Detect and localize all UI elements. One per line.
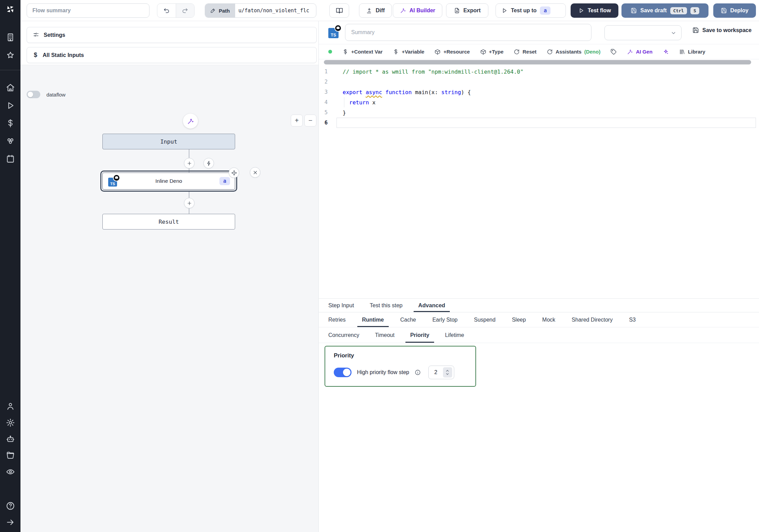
tag-button[interactable] [611, 49, 617, 55]
path-value[interactable]: u/faton/non_violent_flc [235, 4, 316, 17]
flow-graph-canvas[interactable]: dataflow + − Input TS [20, 65, 318, 532]
priority-title: Priority [334, 352, 354, 359]
tab-timeout[interactable]: Timeout [375, 327, 395, 343]
tab-advanced[interactable]: Advanced [418, 299, 445, 312]
dollar-icon[interactable] [6, 119, 15, 128]
flow-input-node[interactable]: Input [102, 134, 235, 149]
tab-retries[interactable]: Retries [328, 312, 346, 327]
code-line[interactable]: 1// import * as wmill from "npm:windmill… [319, 66, 759, 77]
runtime-tabs: ConcurrencyTimeoutPriorityLifetime [319, 327, 759, 343]
play-icon[interactable] [6, 101, 15, 110]
code-line[interactable]: 2 [319, 77, 759, 87]
tab-s3[interactable]: S3 [629, 312, 636, 327]
all-static-inputs-button[interactable]: $ All Static Inputs [27, 47, 317, 63]
kbd-ctrl: Ctrl [670, 7, 687, 14]
delete-step-button[interactable] [250, 167, 260, 178]
add-context-var-button[interactable]: +Context Var [342, 49, 383, 55]
add-type-button[interactable]: +Type [480, 49, 504, 55]
tab-shared-directory[interactable]: Shared Directory [572, 312, 613, 327]
flow-panel: Settings $ All Static Inputs dataflow + … [20, 21, 318, 532]
toolbar-scrollbar[interactable] [324, 60, 751, 64]
play-icon [578, 8, 584, 14]
sliders-icon [33, 32, 39, 38]
test-up-to-button[interactable]: Test up to a [496, 3, 566, 18]
test-flow-label: Test flow [588, 8, 611, 14]
tab-cache[interactable]: Cache [400, 312, 416, 327]
step-summary-input[interactable] [345, 24, 591, 41]
export-button[interactable]: Export [446, 3, 488, 18]
code-line[interactable]: 4 return x [319, 97, 759, 107]
windmill-logo-icon[interactable] [5, 4, 15, 14]
save-to-workspace-button[interactable]: Save to workspace [692, 27, 751, 33]
tab-priority[interactable]: Priority [410, 327, 429, 343]
sparkle-button[interactable] [663, 49, 669, 55]
test-flow-button[interactable]: Test flow [571, 3, 618, 18]
home-icon[interactable] [6, 83, 15, 92]
worker-group-select[interactable] [604, 25, 682, 40]
code-editor[interactable]: 1// import * as wmill from "npm:windmill… [319, 66, 759, 298]
robot-icon[interactable] [6, 434, 15, 444]
save-draft-label: Save draft [640, 8, 667, 14]
undo-button[interactable] [157, 4, 176, 17]
zoom-out-button[interactable]: − [304, 115, 316, 127]
tab-early-stop[interactable]: Early Stop [432, 312, 458, 327]
tab-mock[interactable]: Mock [542, 312, 555, 327]
tab-concurrency[interactable]: Concurrency [328, 327, 359, 343]
wand-icon [400, 8, 406, 14]
edit-path-button[interactable]: Path [205, 4, 235, 17]
tag-icon [611, 49, 617, 55]
tab-step-input[interactable]: Step Input [328, 299, 354, 312]
step-tabs: Step InputTest this stepAdvanced [319, 298, 759, 312]
tab-test-this-step[interactable]: Test this step [370, 299, 402, 312]
star-icon[interactable] [6, 51, 15, 60]
code-line[interactable]: 5} [319, 107, 759, 118]
priority-number-input[interactable]: 2 [428, 366, 454, 379]
ai-flow-wand-button[interactable] [183, 114, 198, 129]
tab-sleep[interactable]: Sleep [512, 312, 526, 327]
docs-button[interactable] [329, 3, 349, 18]
add-variable-button[interactable]: +Variable [393, 49, 424, 55]
dataflow-toggle[interactable] [27, 91, 40, 98]
folder-icon[interactable] [6, 451, 15, 460]
circles-icon[interactable] [6, 136, 15, 146]
gear-icon[interactable] [6, 418, 15, 427]
calendar-icon[interactable] [6, 154, 15, 163]
save-draft-button[interactable]: Save draft Ctrl S [621, 3, 708, 18]
diff-button[interactable]: Diff [359, 3, 392, 18]
ai-gen-button[interactable]: AI Gen [627, 49, 652, 55]
assistants-button[interactable]: Assistants(Deno) [547, 49, 600, 55]
ai-builder-button[interactable]: AI Builder [393, 3, 442, 18]
zoom-in-button[interactable]: + [291, 115, 303, 127]
insert-step-button[interactable] [184, 158, 195, 168]
reset-button[interactable]: Reset [514, 49, 536, 55]
arrow-right-icon[interactable] [6, 518, 15, 527]
tab-suspend[interactable]: Suspend [474, 312, 496, 327]
insert-step-after-button[interactable] [184, 198, 195, 208]
library-button[interactable]: Library [679, 49, 705, 55]
code-line[interactable]: 6 [319, 118, 759, 128]
flow-settings-button[interactable]: Settings [27, 27, 317, 43]
move-step-button[interactable] [229, 167, 239, 178]
user-icon[interactable] [6, 402, 15, 411]
tab-runtime[interactable]: Runtime [362, 312, 384, 327]
flow-result-node[interactable]: Result [102, 214, 235, 230]
building-icon[interactable] [6, 33, 15, 42]
deploy-button[interactable]: Deploy [713, 3, 756, 18]
add-resource-button[interactable]: +Resource [434, 49, 470, 55]
high-priority-toggle[interactable] [334, 368, 352, 377]
tab-lifetime[interactable]: Lifetime [445, 327, 464, 343]
add-context-var-button-label: +Context Var [351, 49, 383, 55]
inline-deno-step-node[interactable]: TS Inline Deno a [102, 173, 235, 190]
eye-icon[interactable] [6, 467, 15, 476]
number-stepper[interactable] [443, 367, 452, 378]
info-icon[interactable] [415, 369, 421, 375]
redo-button[interactable] [176, 4, 195, 17]
line-number: 4 [319, 99, 336, 105]
flow-summary-input[interactable] [27, 3, 149, 18]
dataflow-label: dataflow [46, 92, 66, 98]
code-line[interactable]: 3export async function main(x: string) { [319, 87, 759, 97]
plus-icon [187, 201, 192, 206]
book-icon [336, 7, 343, 14]
help-icon[interactable] [6, 501, 15, 511]
insert-trigger-button[interactable] [203, 158, 214, 168]
